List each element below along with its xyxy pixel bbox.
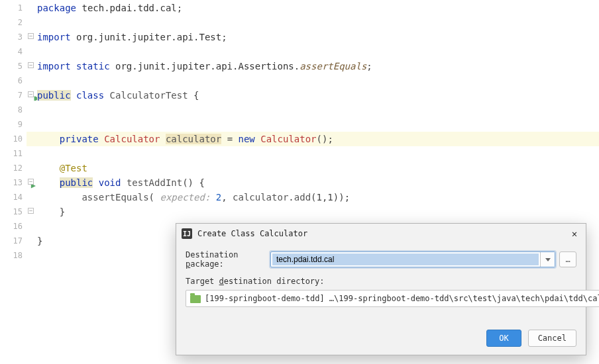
chevron-down-icon[interactable]	[540, 252, 555, 267]
gutter-line: 15	[0, 205, 27, 219]
code-line	[27, 73, 599, 88]
fold-icon[interactable]: −	[28, 179, 34, 185]
gutter-line: 11	[0, 146, 27, 161]
code-line	[27, 117, 599, 132]
gutter-line: 14	[0, 190, 27, 205]
gutter-line: 17	[0, 234, 27, 248]
gutter-line: 16	[0, 219, 27, 234]
code-line	[27, 44, 599, 59]
gutter-line: 9	[0, 117, 27, 132]
destination-package-combo[interactable]	[270, 251, 555, 267]
code-area[interactable]: package tech.pdai.tdd.cal; −import org.j…	[27, 0, 599, 364]
gutter-line: 4	[0, 44, 27, 59]
gutter-line: 1	[0, 1, 27, 15]
code-line	[27, 103, 599, 117]
code-line: − }	[27, 205, 599, 219]
gutter: 1 2 3 4 5 6 7▶▶ 8 9 10 11 12 13▶ 14 15 1…	[0, 0, 27, 364]
target-directory-value: [199-springboot-demo-tdd] …\199-springbo…	[205, 291, 599, 306]
svg-marker-0	[545, 258, 551, 261]
gutter-line: 12	[0, 161, 27, 175]
gutter-line: 10	[0, 132, 27, 146]
target-directory-label: Target destination directory:	[186, 277, 576, 286]
gutter-line: 18	[0, 248, 27, 263]
fold-icon[interactable]: −	[28, 208, 34, 214]
cancel-button[interactable]: Cancel	[528, 330, 576, 347]
code-line	[27, 15, 599, 30]
destination-package-input[interactable]	[272, 253, 539, 265]
code-line: @Test	[27, 161, 599, 175]
gutter-line: 2	[0, 15, 27, 30]
gutter-line: 5	[0, 59, 27, 73]
fold-icon[interactable]: −	[28, 91, 34, 97]
ok-button[interactable]: OK	[486, 330, 521, 347]
code-line: package tech.pdai.tdd.cal;	[27, 1, 599, 15]
gutter-line: 8	[0, 103, 27, 117]
browse-package-button[interactable]: …	[559, 251, 576, 267]
code-line: private Calculator calculator = new Calc…	[27, 132, 599, 146]
dialog-title: Create Class Calculator	[197, 229, 569, 238]
gutter-line: 13▶	[0, 175, 27, 190]
gutter-line: 3	[0, 30, 27, 44]
code-line: −import static org.junit.jupiter.api.Ass…	[27, 59, 599, 73]
gutter-line: 6	[0, 73, 27, 88]
code-line: −public class CalculatorTest {	[27, 88, 599, 103]
create-class-dialog: IJ Create Class Calculator ✕ Destination…	[176, 223, 586, 355]
fold-icon[interactable]: −	[28, 33, 34, 39]
code-editor: 1 2 3 4 5 6 7▶▶ 8 9 10 11 12 13▶ 14 15 1…	[0, 0, 599, 364]
close-icon[interactable]: ✕	[569, 228, 580, 240]
code-line: −import org.junit.jupiter.api.Test;	[27, 30, 599, 44]
gutter-line: 7▶▶	[0, 88, 27, 103]
fold-icon[interactable]: −	[28, 62, 34, 68]
dialog-title-bar[interactable]: IJ Create Class Calculator ✕	[176, 224, 586, 244]
target-directory-combo[interactable]: [199-springboot-demo-tdd] …\199-springbo…	[186, 290, 599, 307]
code-line: − public void testAddInt() {	[27, 175, 599, 190]
folder-icon	[190, 295, 201, 303]
code-line	[27, 146, 599, 161]
destination-package-label: Destination package:	[186, 250, 270, 269]
code-line: assertEquals( expected: 2, calculator.ad…	[27, 190, 599, 205]
dialog-body: Destination package: … Target destinatio…	[176, 244, 586, 307]
intellij-icon: IJ	[182, 228, 192, 239]
